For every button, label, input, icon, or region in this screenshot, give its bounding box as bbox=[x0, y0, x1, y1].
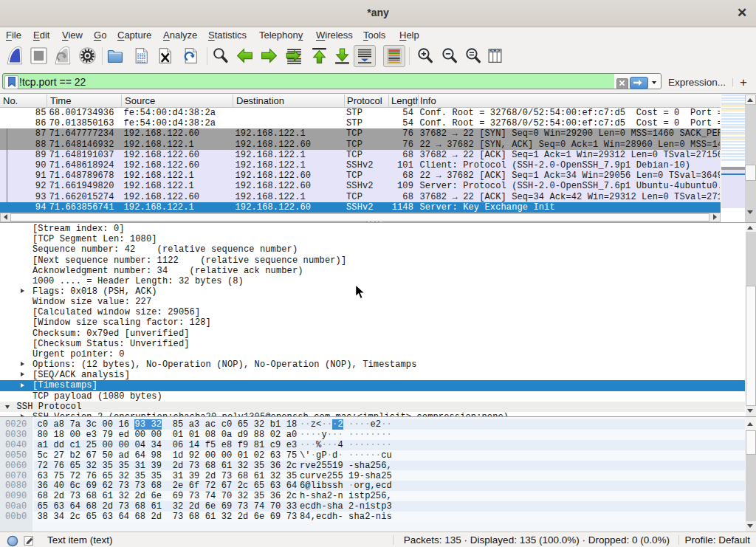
svg-text:0011: 0011 bbox=[137, 60, 146, 63]
